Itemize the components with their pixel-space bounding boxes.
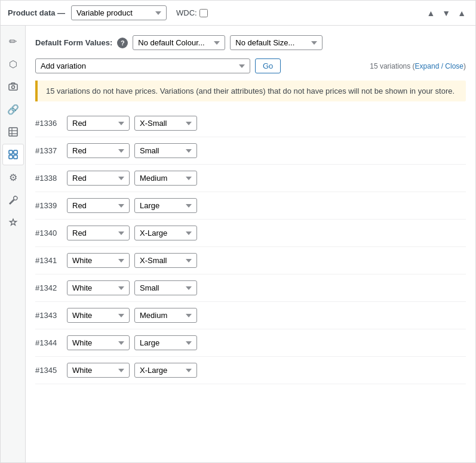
arrow-collapse-button[interactable]: ▲ (455, 8, 468, 18)
content-area: Default Form Values: ? No default Colour… (26, 26, 475, 462)
sidebar-icon-table[interactable] (2, 121, 24, 143)
go-button[interactable]: Go (255, 58, 281, 73)
sidebar-icon-wrench[interactable] (2, 189, 24, 211)
svg-rect-8 (9, 155, 13, 159)
variation-id: #1344 (35, 338, 62, 347)
variation-colour-select[interactable]: RedWhiteBlue (67, 171, 130, 186)
svg-rect-0 (9, 84, 17, 90)
variation-row: #1337RedWhiteBlueX-SmallSmallMediumLarge… (35, 137, 466, 165)
variation-size-select[interactable]: X-SmallSmallMediumLargeX-Large (134, 308, 197, 323)
product-type-select[interactable]: Variable product (71, 5, 167, 20)
svg-rect-7 (14, 150, 17, 154)
variation-id: #1338 (35, 174, 62, 183)
variation-size-select[interactable]: X-SmallSmallMediumLargeX-Large (134, 171, 197, 186)
arrow-down-button[interactable]: ▼ (440, 8, 453, 18)
size-default-select[interactable]: No default Size...X-SmallSmallMediumLarg… (230, 35, 323, 50)
svg-rect-6 (9, 150, 13, 154)
variations-list: #1336RedWhiteBlueX-SmallSmallMediumLarge… (35, 110, 466, 384)
variation-colour-select[interactable]: RedWhiteBlue (67, 226, 130, 240)
help-icon[interactable]: ? (117, 38, 128, 48)
variation-id: #1342 (35, 283, 62, 292)
variation-size-select[interactable]: X-SmallSmallMediumLargeX-Large (134, 143, 197, 158)
variation-colour-select[interactable]: RedWhiteBlue (67, 198, 130, 213)
variation-row: #1338RedWhiteBlueX-SmallSmallMediumLarge… (35, 165, 466, 192)
variation-row: #1336RedWhiteBlueX-SmallSmallMediumLarge… (35, 110, 466, 137)
variation-size-select[interactable]: X-SmallSmallMediumLargeX-Large (134, 363, 197, 378)
variations-count: 15 variations (Expand / Close) (370, 62, 466, 70)
wdc-label: WDC: (176, 8, 208, 17)
sidebar-icon-link[interactable]: 🔗 (2, 98, 24, 120)
colour-default-select[interactable]: No default Colour...RedWhiteBlue (133, 35, 225, 50)
variation-colour-select[interactable]: RedWhiteBlue (67, 335, 130, 350)
variation-id: #1339 (35, 201, 62, 210)
add-variation-select[interactable]: Add variationAdd all variationsLink all … (35, 58, 250, 73)
variation-size-select[interactable]: X-SmallSmallMediumLargeX-Large (134, 253, 197, 268)
variation-size-select[interactable]: X-SmallSmallMediumLargeX-Large (134, 226, 197, 240)
variation-colour-select[interactable]: RedWhiteBlue (67, 116, 130, 131)
notice-box: 15 variations do not have prices. Variat… (35, 81, 466, 101)
variation-colour-select[interactable]: RedWhiteBlue (67, 280, 130, 295)
wdc-checkbox[interactable] (199, 9, 208, 17)
main-content: ✏ ⬡ 🔗 (0, 25, 476, 463)
expand-close-link[interactable]: Expand / Close (415, 62, 463, 70)
variation-row: #1339RedWhiteBlueX-SmallSmallMediumLarge… (35, 192, 466, 220)
sidebar-icon-grid[interactable] (2, 144, 24, 165)
sidebar-icon-pencil[interactable]: ✏ (2, 30, 24, 52)
default-form-label: Default Form Values: (35, 38, 112, 47)
variation-row: #1341RedWhiteBlueX-SmallSmallMediumLarge… (35, 247, 466, 274)
sidebar-icon-camera[interactable] (2, 76, 24, 97)
variation-size-select[interactable]: X-SmallSmallMediumLargeX-Large (134, 116, 197, 131)
variation-size-select[interactable]: X-SmallSmallMediumLargeX-Large (134, 198, 197, 213)
sidebar-icon-star[interactable] (2, 212, 24, 233)
default-form-row: Default Form Values: ? No default Colour… (35, 35, 466, 50)
variation-id: #1341 (35, 256, 62, 265)
variation-id: #1337 (35, 146, 62, 155)
bar-arrows: ▲ ▼ ▲ (424, 8, 468, 18)
variation-id: #1343 (35, 311, 62, 320)
notice-text: 15 variations do not have prices. Variat… (46, 87, 454, 95)
variation-colour-select[interactable]: RedWhiteBlue (67, 363, 130, 378)
add-variation-row: Add variationAdd all variationsLink all … (35, 58, 466, 73)
sidebar: ✏ ⬡ 🔗 (1, 26, 26, 462)
variation-colour-select[interactable]: RedWhiteBlue (67, 143, 130, 158)
arrow-up-button[interactable]: ▲ (424, 8, 437, 18)
svg-rect-9 (14, 155, 17, 159)
product-data-label: Product data — (8, 8, 65, 17)
variation-row: #1343RedWhiteBlueX-SmallSmallMediumLarge… (35, 302, 466, 329)
variation-id: #1345 (35, 366, 62, 375)
svg-point-1 (11, 86, 14, 89)
variation-id: #1336 (35, 119, 62, 128)
sidebar-icon-settings[interactable]: ⚙ (2, 166, 24, 188)
svg-rect-2 (9, 128, 17, 136)
variation-size-select[interactable]: X-SmallSmallMediumLargeX-Large (134, 280, 197, 295)
variation-id: #1340 (35, 229, 62, 237)
variation-row: #1345RedWhiteBlueX-SmallSmallMediumLarge… (35, 357, 466, 384)
product-data-bar: Product data — Variable product WDC: ▲ ▼… (0, 0, 476, 25)
variation-row: #1340RedWhiteBlueX-SmallSmallMediumLarge… (35, 220, 466, 247)
sidebar-icon-tag[interactable]: ⬡ (2, 53, 24, 75)
variation-colour-select[interactable]: RedWhiteBlue (67, 253, 130, 268)
variation-size-select[interactable]: X-SmallSmallMediumLargeX-Large (134, 335, 197, 350)
variation-row: #1342RedWhiteBlueX-SmallSmallMediumLarge… (35, 274, 466, 302)
variation-colour-select[interactable]: RedWhiteBlue (67, 308, 130, 323)
variation-row: #1344RedWhiteBlueX-SmallSmallMediumLarge… (35, 329, 466, 357)
